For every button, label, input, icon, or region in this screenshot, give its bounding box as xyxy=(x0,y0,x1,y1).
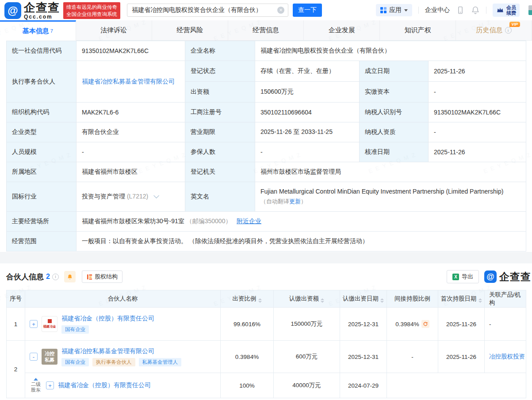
managing-partner-link[interactable]: 福建省冶控私募基金管理有限公司 xyxy=(82,78,175,85)
indirect-value: 0.3984% xyxy=(387,308,438,341)
sort-icon[interactable] xyxy=(321,298,324,303)
english-name-text: Fujian Metallurgical Control MinDian Equ… xyxy=(260,188,521,195)
qcc-logo-icon: @ xyxy=(4,2,21,19)
col-indirect: 间接持股比例 xyxy=(387,290,438,308)
partner-row-1: 1 + 福建冶金 福建省冶金（控股）有限责任公司 国有企业 99.6016% 1… xyxy=(7,308,526,341)
industry-code: (L7212) xyxy=(127,193,148,200)
company-name-value: 福建省冶控闽电股权投资合伙企业（有限合伙） xyxy=(255,41,526,61)
taxpayer-id-label: 纳税人识别号 xyxy=(360,103,429,122)
sort-icon[interactable] xyxy=(258,298,262,303)
translate-update-link[interactable]: 更新 xyxy=(289,198,301,205)
tag-managing-partner: 执行事务合伙人 xyxy=(92,358,135,366)
info-icon: i xyxy=(505,27,512,34)
tab-basic-info[interactable]: 基本信息7 xyxy=(0,20,76,41)
col-amount[interactable]: 认缴出资额 xyxy=(274,290,340,308)
divider xyxy=(418,7,419,14)
staff-size-value: - xyxy=(77,142,185,162)
collapse-triangle-icon[interactable] xyxy=(34,378,38,381)
tag-state-owned: 国有企业 xyxy=(61,325,89,334)
mobile-app-icon[interactable] xyxy=(456,6,465,15)
address-zip: （邮编350000） xyxy=(186,217,232,225)
address-value: 福建省福州市鼓楼区朱紫坊30号-91室 （邮编350000） 附近企业 xyxy=(77,212,526,232)
related-product-link[interactable]: 冶控股权投资 xyxy=(489,353,525,360)
shareholder-name-link[interactable]: 福建省冶金（控股）有限责任公司 xyxy=(58,381,151,389)
scope-value: 一般项目：以自有资金从事投资活动。 （除依法须经批准的项目外，凭营业执照依法自主… xyxy=(77,232,526,251)
info-icon[interactable]: i xyxy=(52,274,59,280)
business-term-label: 营业期限 xyxy=(185,122,255,142)
nearby-companies-link[interactable]: 附近企业 xyxy=(237,217,261,225)
equity-penetration-icon[interactable] xyxy=(421,320,429,328)
capital-value: 150600万元 xyxy=(255,82,360,103)
region-label: 所属地区 xyxy=(7,162,77,182)
tab-operation-info[interactable]: 经营信息 xyxy=(228,20,304,41)
vip-renew-button[interactable]: 会员 续费 xyxy=(493,4,520,17)
search-box: × xyxy=(127,4,288,17)
brand-domain: Qcc.com xyxy=(24,14,60,19)
managing-partner-value: 福建省冶控私募基金管理有限公司 xyxy=(77,61,185,103)
bell-icon xyxy=(67,274,73,280)
tab-count: 7 xyxy=(50,28,53,34)
col-index: 序号 xyxy=(7,290,25,308)
address-label: 主要经营场所 xyxy=(7,212,77,232)
expand-button[interactable]: + xyxy=(46,381,54,389)
reg-no-value: 350102110696604 xyxy=(255,103,360,122)
notification-bell-icon[interactable] xyxy=(471,6,480,15)
collapse-button[interactable]: - xyxy=(30,353,38,361)
export-button[interactable]: X 导出 xyxy=(447,270,479,283)
tab-legal[interactable]: 法律诉讼 xyxy=(76,20,152,41)
basic-info-section: 统一社会信用代码 91350102MAK2K7L66C 企业名称 福建省冶控闽电… xyxy=(0,41,532,252)
partner-name-link[interactable]: 福建省冶金（控股）有限责任公司 xyxy=(61,315,154,322)
tab-development[interactable]: 企业发展 xyxy=(304,20,380,41)
date-value: 2024-07-29 xyxy=(340,373,387,398)
vip-label-1: 会员 xyxy=(506,5,516,10)
partners-table: 序号 合伙人名称 出资比例 认缴出资额 认缴出资日期 间接持股比例 首次持股日期… xyxy=(6,290,526,398)
expand-button[interactable]: + xyxy=(30,320,38,328)
equity-structure-button[interactable]: 股权结构 xyxy=(82,270,122,283)
reg-authority-label: 登记机关 xyxy=(185,162,255,182)
tab-history[interactable]: VIP 历史信息 i xyxy=(456,20,532,41)
divider xyxy=(486,7,486,14)
enterprise-center-link[interactable]: 企业中心 xyxy=(425,6,450,14)
col-date[interactable]: 认缴出资日期 xyxy=(340,290,387,308)
apps-label: 应用 xyxy=(389,6,402,14)
tab-operation-risk[interactable]: 经营风险 xyxy=(152,20,228,41)
header-nav: 应用 企业中心 会员 续费 xyxy=(376,0,520,20)
qcc-watermark-logo: @ 企查查 xyxy=(484,270,531,284)
company-type-value: 有限合伙企业 xyxy=(77,122,185,142)
sort-icon[interactable] xyxy=(380,298,384,303)
edge-widget[interactable] xyxy=(528,5,532,15)
tag-fund-manager: 私募基金管理人 xyxy=(139,358,182,366)
tab-ip[interactable]: 知识产权 xyxy=(380,20,456,41)
establish-date-label: 成立日期 xyxy=(360,61,429,82)
approval-date-label: 核准日期 xyxy=(360,142,429,162)
apps-menu[interactable]: 应用 xyxy=(376,4,412,16)
insured-count-label: 参保人数 xyxy=(185,142,255,162)
crown-icon xyxy=(496,6,504,14)
clear-search-icon[interactable]: × xyxy=(277,7,284,14)
qcc-logo-icon: @ xyxy=(484,270,497,283)
chevron-down-icon[interactable] xyxy=(153,193,159,198)
reg-status-value: 存续（在营、开业、在册） xyxy=(255,61,360,82)
amount-value: 150000万元 xyxy=(274,308,340,341)
monitor-bell-button[interactable] xyxy=(64,271,76,282)
col-ratio[interactable]: 出资比例 xyxy=(221,290,274,308)
sort-icon[interactable] xyxy=(478,298,482,303)
establish-date-value: 2025-11-26 xyxy=(429,61,526,82)
company-name-label: 企业名称 xyxy=(185,41,255,61)
equity-chart-icon xyxy=(87,274,92,280)
slogan-line-1: 缔造有远见的商业传奇 xyxy=(66,4,117,11)
partners-section: 合伙人信息 2 i 股权结构 X 导出 @ 企查查 xyxy=(0,263,532,400)
company-logo: 冶控私募 xyxy=(42,349,57,365)
credit-code-value: 91350102MAK2K7L66C xyxy=(77,41,185,61)
excel-icon: X xyxy=(452,274,459,280)
search-input[interactable] xyxy=(127,7,277,14)
partner-name-link[interactable]: 福建省冶控私募基金管理有限公司 xyxy=(61,347,154,354)
managing-partner-label: 执行事务合伙人 xyxy=(7,61,77,103)
search-button[interactable]: 查一下 xyxy=(293,4,322,17)
col-first-date[interactable]: 首次持股日期 xyxy=(438,290,485,308)
reg-status-label: 登记状态 xyxy=(185,61,255,82)
partners-header: 合伙人信息 2 i 股权结构 X 导出 @ 企查查 xyxy=(6,268,526,286)
ratio-value: 99.6016% xyxy=(221,308,274,341)
qcc-logo[interactable]: @ 企查查 Qcc.com 缔造有远见的商业传奇 全国企业信用查询系统 xyxy=(4,2,120,19)
partners-count: 2 xyxy=(46,273,50,281)
